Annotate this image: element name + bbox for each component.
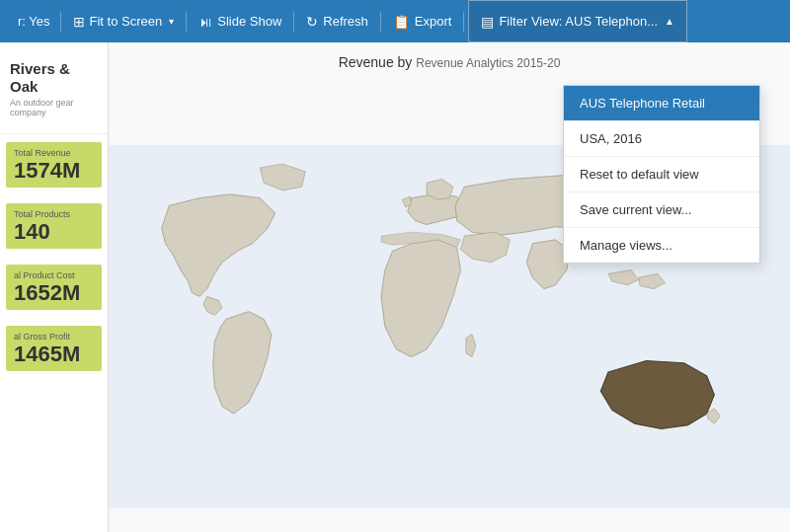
- slideshow-button[interactable]: ⏯ Slide Show: [187, 0, 293, 42]
- dropdown-item-reset[interactable]: Reset to default view: [564, 157, 759, 192]
- slideshow-icon: ⏯: [198, 14, 212, 30]
- brand-name: Rivers & Oak: [10, 60, 98, 96]
- slideshow-label: Slide Show: [217, 14, 281, 29]
- filter-dropdown: AUS Telephone Retail USA, 2016 Reset to …: [563, 85, 760, 264]
- filter-label: Filter View: AUS Telephon...: [499, 14, 658, 29]
- toolbar: r: Yes ⊞ Fit to Screen ▾ ⏯ Slide Show ↻ …: [0, 0, 790, 42]
- brand-section: Rivers & Oak An outdoor gear company: [0, 52, 108, 134]
- dropdown-item-usa[interactable]: USA, 2016: [564, 121, 759, 157]
- metric-label-0: Total Revenue: [14, 148, 94, 158]
- export-button[interactable]: 📋 Export: [381, 0, 464, 42]
- metric-card-revenue: Total Revenue 1574M: [6, 142, 102, 188]
- metric-card-products: Total Products 140: [6, 203, 102, 249]
- fit-chevron-icon: ▾: [169, 16, 174, 27]
- metric-value-2: 1652M: [14, 282, 94, 304]
- export-label: Export: [415, 14, 452, 29]
- brand-tagline: An outdoor gear company: [10, 98, 98, 117]
- refresh-button[interactable]: ↻ Refresh: [294, 0, 380, 42]
- refresh-label: Refresh: [323, 14, 368, 29]
- metric-label-3: al Gross Profit: [14, 332, 94, 342]
- dropdown-item-aus[interactable]: AUS Telephone Retail: [564, 86, 759, 121]
- dropdown-item-manage[interactable]: Manage views...: [564, 228, 759, 263]
- map-area: Revenue by Revenue Analytics 2015-20: [109, 42, 790, 532]
- filter-icon: ▤: [481, 14, 494, 30]
- metric-label-1: Total Products: [14, 209, 94, 219]
- divider-5: [463, 12, 464, 32]
- metric-card-profit: al Gross Profit 1465M: [6, 326, 102, 371]
- export-icon: 📋: [393, 14, 410, 30]
- fit-to-screen-button[interactable]: ⊞ Fit to Screen ▾: [61, 0, 187, 42]
- metric-label-2: al Product Cost: [14, 270, 94, 280]
- metric-value-1: 140: [14, 221, 94, 243]
- autorun-label: r: Yes: [8, 14, 60, 29]
- filter-chevron-icon: ▲: [665, 16, 674, 27]
- fit-icon: ⊞: [73, 14, 85, 30]
- metric-value-0: 1574M: [14, 160, 94, 182]
- refresh-icon: ↻: [306, 14, 318, 30]
- metric-card-cost: al Product Cost 1652M: [6, 265, 102, 310]
- sidebar: Rivers & Oak An outdoor gear company Tot…: [0, 42, 109, 532]
- dropdown-item-save[interactable]: Save current view...: [564, 192, 759, 228]
- metric-value-3: 1465M: [14, 343, 94, 365]
- main-content: Rivers & Oak An outdoor gear company Tot…: [0, 42, 790, 532]
- fit-label: Fit to Screen: [90, 14, 163, 29]
- filter-view-button[interactable]: ▤ Filter View: AUS Telephon... ▲: [468, 0, 687, 42]
- map-title: Revenue by Revenue Analytics 2015-20: [339, 54, 561, 70]
